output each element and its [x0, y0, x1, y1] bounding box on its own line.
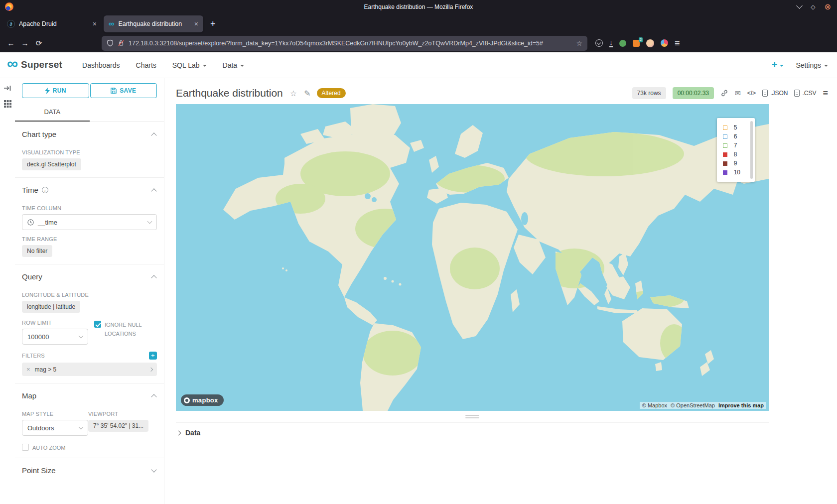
tab-close-icon[interactable]: ×	[194, 20, 198, 28]
save-button[interactable]: SAVE	[90, 83, 157, 98]
chart-menu-icon[interactable]: ≡	[823, 88, 828, 99]
downloads-icon[interactable]: ↓	[609, 39, 613, 48]
auto-zoom-checkbox[interactable]: AUTO ZOOM	[22, 444, 157, 451]
section-time[interactable]: Timei	[15, 178, 164, 199]
filter-label: mag > 5	[35, 366, 57, 373]
close-icon[interactable]: ⊗	[825, 3, 831, 11]
navbar-right: + Settings	[772, 59, 828, 71]
superset-favicon-icon: ∞	[109, 20, 114, 28]
attribution-osm[interactable]: © OpenStreetMap	[671, 402, 715, 408]
section-map[interactable]: Map	[15, 383, 164, 405]
data-results-section[interactable]: Data	[176, 422, 769, 443]
window-controls: ◇ ⊗	[797, 3, 831, 11]
add-filter-button[interactable]: +	[149, 352, 157, 360]
bookmark-star-icon[interactable]: ☆	[576, 39, 582, 47]
expand-panel-icon[interactable]	[3, 84, 11, 92]
remove-filter-icon[interactable]: ×	[26, 366, 30, 373]
mapbox-logo[interactable]: mapbox	[181, 394, 224, 406]
resize-handle[interactable]	[176, 415, 769, 418]
minimize-icon[interactable]	[796, 2, 803, 9]
new-tab-button[interactable]: +	[210, 19, 216, 29]
export-json-button[interactable]: .JSON	[762, 90, 788, 97]
map-canvas[interactable]: 5678910 mapbox © Mapbox © OpenStreetMap …	[176, 104, 769, 411]
nav-item-dashboards[interactable]: Dashboards	[82, 61, 120, 69]
url-text[interactable]: 172.18.0.3:32108/superset/explore/?form_…	[129, 40, 572, 47]
menu-icon[interactable]: ≡	[675, 39, 680, 48]
viz-type-tag[interactable]: deck.gl Scatterplot	[22, 158, 81, 170]
map-legend: 5678910	[717, 118, 755, 182]
chart-area: Earthquake distribution ☆ ✎ Altered 73k …	[164, 78, 837, 504]
favorite-star-icon[interactable]: ☆	[290, 89, 297, 98]
browser-tabbar: ∂ Apache Druid × ∞ Earthquake distributi…	[0, 13, 837, 34]
druid-favicon-icon: ∂	[7, 20, 15, 28]
embed-code-icon[interactable]: </>	[747, 90, 756, 97]
legend-swatch-icon	[723, 126, 727, 130]
superset-logo[interactable]: ∞ Superset	[7, 59, 62, 71]
nav-item-charts[interactable]: Charts	[136, 61, 156, 69]
chevron-down-icon	[824, 65, 828, 67]
tab-apache-druid[interactable]: ∂ Apache Druid ×	[2, 15, 102, 32]
file-icon	[794, 90, 800, 97]
superset-infinity-icon: ∞	[7, 57, 18, 71]
export-json-label: .JSON	[770, 90, 788, 97]
maximize-icon[interactable]: ◇	[811, 3, 815, 10]
extension-orange-icon[interactable]: 2	[633, 40, 640, 47]
export-csv-label: .CSV	[802, 90, 816, 97]
time-column-select[interactable]: __time	[22, 214, 157, 230]
back-icon[interactable]: ←	[4, 37, 18, 50]
email-share-icon[interactable]: ✉	[735, 89, 741, 97]
viewport-tag[interactable]: 7° 35' 54.02" | 31...	[88, 420, 148, 432]
reload-icon[interactable]: ⟳	[32, 37, 46, 50]
profile-avatar[interactable]	[646, 39, 654, 47]
tracking-shield-icon[interactable]	[107, 39, 114, 47]
attribution-mapbox[interactable]: © Mapbox	[642, 402, 667, 408]
run-label: RUN	[53, 87, 66, 94]
section-chart-type[interactable]: Chart type	[15, 122, 164, 143]
copy-link-icon[interactable]	[720, 89, 728, 97]
legend-label: 7	[734, 142, 737, 149]
tab-data[interactable]: DATA	[15, 104, 90, 122]
url-bar[interactable]: 172.18.0.3:32108/superset/explore/?form_…	[102, 36, 587, 51]
legend-swatch-icon	[723, 134, 727, 139]
field-label: VIEWPORT	[88, 411, 118, 417]
checkbox-unchecked-icon[interactable]	[22, 444, 29, 451]
attribution-improve-link[interactable]: Improve this map	[718, 402, 764, 408]
extension-green-icon[interactable]	[619, 40, 626, 47]
filter-chip[interactable]: × mag > 5	[22, 363, 157, 376]
time-range-tag[interactable]: No filter	[22, 245, 52, 257]
add-new-button[interactable]: +	[772, 59, 784, 71]
run-button[interactable]: RUN	[22, 83, 89, 98]
map-attribution: © Mapbox © OpenStreetMap Improve this ma…	[640, 402, 766, 409]
checkbox-checked-icon[interactable]	[94, 321, 101, 328]
tab-earthquake-distribution[interactable]: ∞ Earthquake distribution ×	[104, 15, 203, 32]
lonlat-tag[interactable]: longitude | latitude	[22, 301, 80, 313]
nav-item-data[interactable]: Data	[223, 61, 245, 69]
nav-label: Charts	[136, 61, 156, 69]
altered-badge[interactable]: Altered	[317, 88, 346, 98]
chart-title: Earthquake distribution	[176, 87, 283, 99]
export-csv-button[interactable]: .CSV	[794, 90, 816, 97]
settings-menu[interactable]: Settings	[796, 61, 828, 69]
row-limit-select[interactable]: 100000	[22, 329, 88, 345]
ignore-null-checkbox[interactable]: IGNORE NULL LOCATIONS	[94, 321, 157, 338]
section-point-size[interactable]: Point Size	[15, 458, 164, 480]
time-column-value: __time	[38, 219, 57, 226]
file-icon	[762, 90, 768, 97]
clock-icon	[27, 219, 34, 226]
nav-item-sql-lab[interactable]: SQL Lab	[172, 61, 207, 69]
chevron-up-icon	[151, 188, 156, 194]
forward-icon[interactable]: →	[18, 37, 32, 50]
legend-label: 8	[734, 151, 737, 158]
save-label: SAVE	[120, 87, 136, 94]
chevron-down-icon	[203, 65, 207, 67]
checkbox-label: IGNORE NULL LOCATIONS	[105, 321, 157, 338]
tab-close-icon[interactable]: ×	[93, 20, 97, 28]
map-style-select[interactable]: Outdoors	[22, 420, 88, 436]
pocket-icon[interactable]	[595, 39, 603, 47]
insecure-lock-icon[interactable]	[118, 39, 125, 47]
datasource-grid-icon[interactable]	[4, 100, 11, 108]
edit-properties-icon[interactable]: ✎	[304, 89, 310, 98]
section-query[interactable]: Query	[15, 264, 164, 286]
extension-pinwheel-icon[interactable]	[661, 39, 668, 47]
window-titlebar: Earthquake distribution — Mozilla Firefo…	[0, 0, 837, 13]
